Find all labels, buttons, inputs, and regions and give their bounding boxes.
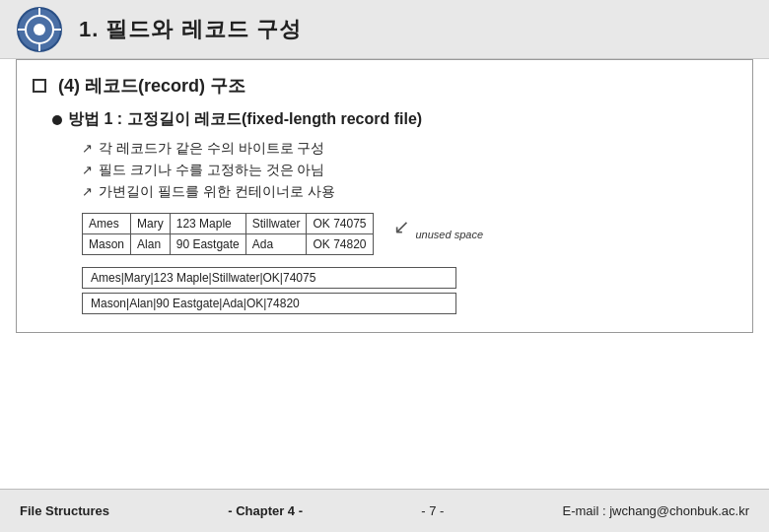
table-cell: 90 Eastgate xyxy=(170,234,245,255)
checkbox-icon xyxy=(33,79,46,93)
table-cell: Mason xyxy=(83,234,131,255)
table-row: AmesMary123 MapleStillwaterOK 74075 xyxy=(83,214,374,234)
footer: File Structures - Chapter 4 - - 7 - E-ma… xyxy=(0,489,769,532)
bullet-item: 방법 1 : 고정길이 레코드(fixed-length record file… xyxy=(52,109,736,130)
sub-item-text-2: 필드 크기나 수를 고정하는 것은 아님 xyxy=(99,162,324,179)
table-cell: Ames xyxy=(83,214,131,234)
footer-chapter-text: - Chapter 4 - xyxy=(228,503,303,518)
table-section: AmesMary123 MapleStillwaterOK 74075Mason… xyxy=(82,213,736,255)
table-cell: OK 74820 xyxy=(307,234,373,255)
bullet-dot-icon xyxy=(52,115,62,125)
svg-point-2 xyxy=(34,24,45,35)
bullet-text: 방법 1 : 고정길이 레코드(fixed-length record file… xyxy=(68,109,422,130)
var-records-section: Ames|Mary|123 Maple|Stillwater|OK|74075 … xyxy=(82,267,736,318)
table-row: MasonAlan90 EastgateAdaOK 74820 xyxy=(83,234,374,255)
footer-left-text: File Structures xyxy=(20,503,109,518)
unused-container: ↙ unused space xyxy=(393,213,484,240)
sub-item-2: ↗ 필드 크기나 수를 고정하는 것은 아님 xyxy=(82,162,736,179)
arrow-icon-3: ↗ xyxy=(82,184,93,199)
table-cell: Mary xyxy=(131,214,171,234)
header: 1. 필드와 레코드 구성 xyxy=(0,0,769,59)
footer-page-number: - 7 - xyxy=(421,503,444,518)
var-record-2: Mason|Alan|90 Eastgate|Ada|OK|74820 xyxy=(82,293,456,314)
table-cell: Stillwater xyxy=(245,214,307,234)
section-title-text: (4) 레코드(record) 구조 xyxy=(58,74,245,98)
footer-email: E-mail : jwchang@chonbuk.ac.kr xyxy=(562,503,749,518)
arrow-icon-2: ↗ xyxy=(82,163,93,177)
arrow-icon-1: ↗ xyxy=(82,141,93,156)
sub-item-3: ↗ 가변길이 필드를 위한 컨테이너로 사용 xyxy=(82,183,736,201)
content-box: (4) 레코드(record) 구조 방법 1 : 고정길이 레코드(fixed… xyxy=(16,59,753,333)
header-title: 1. 필드와 레코드 구성 xyxy=(79,15,302,44)
unused-label: unused space xyxy=(416,229,484,240)
curved-arrow-icon: ↙ xyxy=(393,215,410,238)
table-cell: OK 74075 xyxy=(307,214,373,234)
sub-items: ↗ 각 레코드가 같은 수의 바이트로 구성 ↗ 필드 크기나 수를 고정하는 … xyxy=(82,140,736,201)
var-record-1: Ames|Mary|123 Maple|Stillwater|OK|74075 xyxy=(82,267,456,289)
section-title: (4) 레코드(record) 구조 xyxy=(33,74,736,98)
sub-item-text-1: 각 레코드가 같은 수의 바이트로 구성 xyxy=(99,140,324,158)
table-cell: 123 Maple xyxy=(170,214,245,234)
sub-item-1: ↗ 각 레코드가 같은 수의 바이트로 구성 xyxy=(82,140,736,158)
table-cell: Ada xyxy=(245,234,307,255)
logo-icon xyxy=(16,6,63,53)
sub-item-text-3: 가변길이 필드를 위한 컨테이너로 사용 xyxy=(99,183,335,201)
table-cell: Alan xyxy=(131,234,171,255)
fixed-length-table: AmesMary123 MapleStillwaterOK 74075Mason… xyxy=(82,213,374,255)
